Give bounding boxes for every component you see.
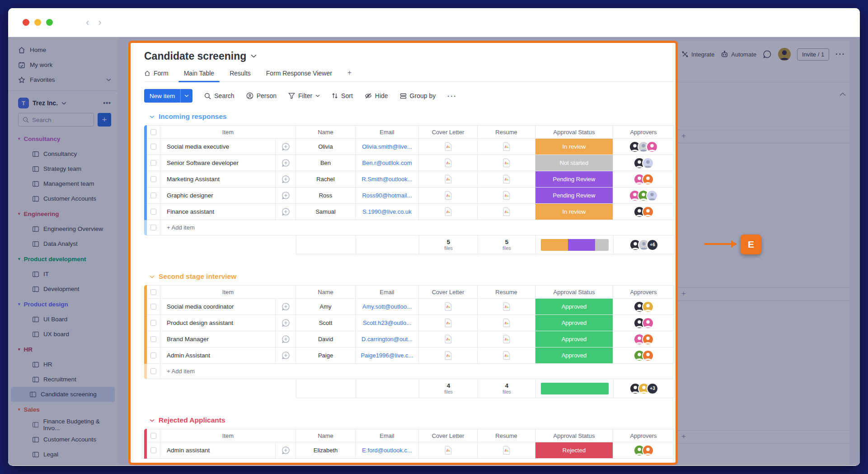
column-header-item[interactable]: Item [160,285,296,299]
approver-avatar[interactable] [646,141,658,153]
status-cell[interactable]: Approved [535,299,613,315]
tab-form-response-viewer[interactable]: Form Response Viewer [266,70,332,81]
row-checkbox[interactable] [150,209,156,215]
close-window-button[interactable] [23,19,29,26]
name-cell[interactable]: Olivia [296,139,356,155]
chevron-down-icon[interactable] [251,54,257,58]
add-item-button[interactable]: + Add item [160,364,674,379]
status-cell[interactable]: Not started [535,155,613,171]
column-header-approvers[interactable]: Approvers [613,285,674,299]
email-link[interactable]: Paige1996@live.c... [356,347,419,364]
approver-avatar[interactable] [642,174,654,185]
column-header-item[interactable]: Item [160,125,296,139]
tab-main-table[interactable]: Main Table [184,70,214,81]
toolbar-more-icon[interactable]: ··· [447,92,457,100]
email-link[interactable]: Scott.h23@outlo... [356,315,419,331]
row-checkbox[interactable] [150,304,156,310]
name-cell[interactable]: Amy [296,299,356,315]
approvers-cell[interactable] [613,331,674,347]
cover-letter-file[interactable] [419,139,478,155]
group-title[interactable]: Rejected Applicants [150,416,676,424]
row-checkbox[interactable] [150,320,156,326]
email-link[interactable]: Olivia.smith@live... [356,139,419,155]
resume-file[interactable] [478,442,535,459]
column-header-cover-letter[interactable]: Cover Letter [419,285,478,299]
name-cell[interactable]: Samual [296,204,356,220]
name-cell[interactable]: David [296,331,356,347]
resume-file[interactable] [478,155,535,171]
nav-forward-icon[interactable]: › [98,18,101,28]
group-by-button[interactable]: Group by [400,92,436,99]
column-header-resume[interactable]: Resume [478,125,535,139]
resume-file[interactable] [478,347,535,364]
avatar-overflow-badge[interactable]: +6 [647,239,658,251]
status-cell[interactable]: Pending Review [535,171,613,188]
add-update-button[interactable] [276,188,296,204]
column-header-approval-status[interactable]: Approval Status [535,429,613,442]
resume-file[interactable] [478,171,535,188]
column-header-resume[interactable]: Resume [478,429,535,442]
status-cell[interactable]: In review [535,139,613,155]
row-checkbox[interactable] [150,192,156,198]
approver-avatar[interactable] [642,301,654,313]
row-checkbox[interactable] [150,160,156,166]
column-header-resume[interactable]: Resume [478,285,535,299]
column-header-name[interactable]: Name [296,125,356,139]
status-distribution-bar[interactable] [536,379,614,398]
nav-back-icon[interactable]: ‹ [86,18,89,28]
resume-file[interactable] [478,188,535,204]
column-header-item[interactable]: Item [160,429,296,442]
item-name-cell[interactable]: Senior Software developer [160,155,276,171]
add-item-button[interactable]: + Add item [160,220,674,235]
group-title[interactable]: Second stage interview [150,272,676,281]
add-update-button[interactable] [276,204,296,220]
resume-file[interactable] [478,315,535,331]
email-link[interactable]: D.carrington@out... [356,331,419,347]
approvers-cell[interactable] [613,171,674,188]
approver-avatar[interactable] [642,206,654,218]
search-button[interactable]: Search [204,92,234,99]
item-name-cell[interactable]: Admin Assistant [160,347,276,364]
add-update-button[interactable] [276,347,296,364]
status-cell[interactable]: Rejected [535,442,613,459]
approver-avatar[interactable] [642,445,654,456]
column-header-name[interactable]: Name [296,429,356,442]
item-name-cell[interactable]: Marketing Assistant [160,171,276,188]
email-link[interactable]: S.1990@live.co.uk [356,204,419,220]
approvers-cell[interactable] [613,188,674,204]
tab-form[interactable]: Form [144,70,169,81]
column-header-name[interactable]: Name [296,285,356,299]
item-name-cell[interactable]: Product design assistant [160,315,276,331]
resume-file[interactable] [478,331,535,347]
approver-avatar[interactable] [642,157,654,169]
add-update-button[interactable] [276,299,296,315]
resume-file[interactable] [478,204,535,220]
approvers-summary[interactable]: +3 [614,379,675,398]
row-checkbox[interactable] [150,176,156,182]
column-header-cover-letter[interactable]: Cover Letter [419,429,478,442]
row-checkbox[interactable] [150,144,156,150]
name-cell[interactable]: Ross [296,188,356,204]
group-title[interactable]: Incoming responses [150,113,676,121]
select-all-checkbox[interactable] [150,129,156,135]
person-filter-button[interactable]: Person [246,92,277,99]
zoom-window-button[interactable] [46,19,53,26]
tab-results[interactable]: Results [230,70,251,81]
approver-avatar[interactable] [642,333,654,345]
add-update-button[interactable] [276,442,296,459]
status-cell[interactable]: Approved [535,331,613,347]
status-distribution-bar[interactable] [536,235,614,254]
item-name-cell[interactable]: Social media coordinator [160,299,276,315]
item-name-cell[interactable]: Social media executive [160,139,276,155]
hide-button[interactable]: Hide [365,92,388,99]
column-header-approvers[interactable]: Approvers [613,429,674,442]
email-link[interactable]: E.ford@outlook.c... [356,442,419,459]
name-cell[interactable]: Ben [296,155,356,171]
approvers-cell[interactable] [613,442,674,459]
cover-letter-file[interactable] [419,442,478,459]
cover-letter-file[interactable] [419,347,478,364]
filter-button[interactable]: Filter [288,92,320,99]
new-item-dropdown[interactable] [180,89,192,103]
row-checkbox[interactable] [150,447,156,453]
approvers-cell[interactable] [613,299,674,315]
